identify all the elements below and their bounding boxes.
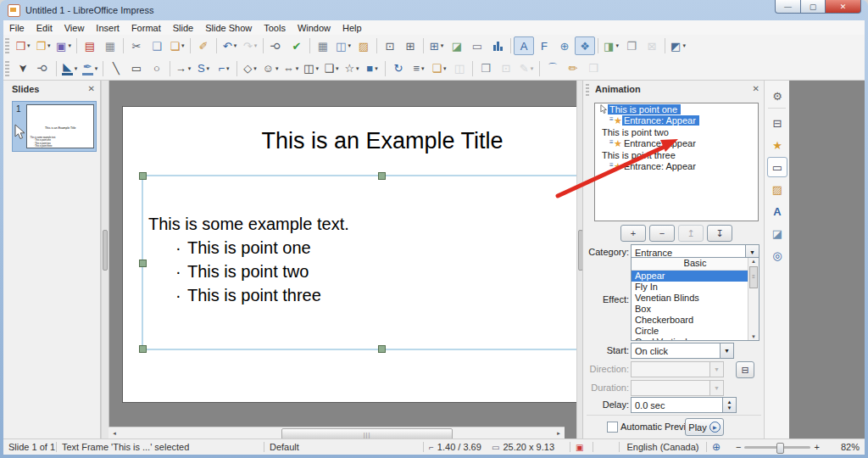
open-dropdown-arrow-icon[interactable]: ▾ <box>47 42 51 49</box>
open-button[interactable]: ❐▾ <box>33 36 53 55</box>
insert-frame-button[interactable]: ▭ <box>467 36 487 55</box>
sidebar-tab-animation-icon[interactable]: ▭ <box>767 157 787 177</box>
animation-row-3[interactable]: This is point two <box>595 126 758 138</box>
sidebar-tab-navigator-icon[interactable]: ◎ <box>767 245 787 265</box>
effect-list-scrollbar[interactable]: ▲≡▼ <box>748 258 759 340</box>
basic-shapes-dropdown-arrow-icon[interactable]: ▾ <box>253 65 257 72</box>
align-objects-button[interactable]: ≡▾ <box>409 59 429 78</box>
block-arrows-dropdown-arrow-icon[interactable]: ▾ <box>296 65 299 72</box>
insert-media-button[interactable]: ◨▾ <box>601 36 621 55</box>
curves-and-polygons-dropdown-arrow-icon[interactable]: ▾ <box>207 65 210 72</box>
lines-and-arrows-button[interactable]: →▾ <box>173 59 193 78</box>
bullet-item-1[interactable]: ·This is point one <box>148 236 349 260</box>
insert-text-box-button[interactable]: A <box>514 36 534 55</box>
remove-effect-button[interactable]: − <box>649 225 675 242</box>
insert-fontwork-button[interactable]: F <box>534 36 554 55</box>
toolbar-grip[interactable] <box>5 38 9 53</box>
minimize-button[interactable]: — <box>775 0 801 14</box>
callout-shapes-dropdown-arrow-icon[interactable]: ▾ <box>336 65 339 72</box>
star-shapes-dropdown-arrow-icon[interactable]: ▾ <box>356 65 359 72</box>
paste-button[interactable]: ❏▾ <box>167 36 187 55</box>
selected-text-frame[interactable]: This is some example text.·This is point… <box>142 175 620 350</box>
menu-edit[interactable]: Edit <box>31 22 58 34</box>
zoom-slider-thumb[interactable] <box>776 443 784 454</box>
automatic-preview-checkbox[interactable] <box>607 422 618 433</box>
rotate-button[interactable]: ↻ <box>388 59 409 78</box>
select-button[interactable]: ➤ <box>13 59 33 78</box>
line-color-button[interactable]: ◣▾ <box>59 59 80 78</box>
panel-grip[interactable] <box>586 84 589 96</box>
start-from-first-slide-button[interactable]: ⊡ <box>380 36 400 55</box>
slide-style-name[interactable]: Default <box>264 439 423 455</box>
scroll-left-icon[interactable]: ◂ <box>108 428 120 439</box>
line-color-dropdown-arrow-icon[interactable]: ▾ <box>75 65 78 72</box>
resize-handle[interactable] <box>378 345 386 353</box>
menu-insert[interactable]: Insert <box>90 22 125 34</box>
zoom-pan-button[interactable]: ⚲ <box>33 59 53 78</box>
animation-row-6[interactable]: ★Entrance: Appear <box>595 161 758 173</box>
basic-shapes-button[interactable]: ◇▾ <box>240 59 260 78</box>
bullet-item-2[interactable]: ·This is point two <box>148 260 349 283</box>
undo-dropdown-arrow-icon[interactable]: ▾ <box>234 42 237 49</box>
close-button[interactable]: ✕ <box>826 0 861 14</box>
resize-handle[interactable] <box>378 172 386 180</box>
master-slide-button[interactable]: ▨ <box>353 36 374 55</box>
3d-objects-button[interactable]: ■▾ <box>362 59 382 78</box>
effect-option-venetian-blinds[interactable]: Venetian Blinds <box>632 293 759 304</box>
cut-button[interactable]: ✂ <box>126 36 147 55</box>
slide-page[interactable]: This is an Example Title This is some ex… <box>122 106 643 403</box>
image-filter-dropdown-arrow-icon[interactable]: ▾ <box>531 65 534 72</box>
fit-slide-icon[interactable]: ⊕ <box>712 441 721 453</box>
effect-option-appear[interactable]: Appear <box>632 271 759 282</box>
shadow-button[interactable]: ❒ <box>476 59 496 78</box>
unsaved-changes-icon[interactable]: ▣ <box>576 443 583 452</box>
menu-view[interactable]: View <box>58 22 91 34</box>
paste-dropdown-arrow-icon[interactable]: ▾ <box>181 42 185 49</box>
duplicate-slide-button[interactable]: ❐ <box>621 36 642 55</box>
align-objects-dropdown-arrow-icon[interactable]: ▾ <box>421 65 425 72</box>
fill-color-button[interactable]: ✒▾ <box>80 59 100 78</box>
print-button[interactable]: ▦ <box>100 36 120 55</box>
toolbar-grip[interactable] <box>5 61 9 76</box>
delay-spinbox[interactable]: 0.0 sec ▲▼ <box>631 397 737 413</box>
new-presentation-button[interactable]: ❒▾ <box>13 36 33 55</box>
redo-dropdown-arrow-icon[interactable]: ▾ <box>254 42 258 49</box>
zoom-level[interactable]: 82% <box>829 439 865 455</box>
clone-formatting-button[interactable]: ✐ <box>193 36 214 55</box>
animation-panel-close-icon[interactable]: ✕ <box>753 84 760 93</box>
zoom-out-icon[interactable]: − <box>736 442 741 452</box>
sidebar-tab-gallery-icon[interactable]: ◪ <box>767 223 787 243</box>
frame-text[interactable]: This is some example text.·This is point… <box>148 212 349 307</box>
flowchart-shapes-dropdown-arrow-icon[interactable]: ▾ <box>315 65 319 72</box>
animation-row-4[interactable]: ★Entrance: Appear <box>595 138 758 150</box>
effect-option-circle[interactable]: Circle <box>632 326 759 337</box>
effect-option-fly-in[interactable]: Fly In <box>632 282 759 293</box>
arrange-objects-button[interactable]: ❏▾ <box>429 59 449 78</box>
flowchart-shapes-button[interactable]: ◫▾ <box>301 59 321 78</box>
slide-title-text[interactable]: This is an Example Title <box>123 128 642 154</box>
fill-color-dropdown-arrow-icon[interactable]: ▾ <box>95 65 98 72</box>
maximize-button[interactable]: ▢ <box>801 0 826 14</box>
slides-panel-close-icon[interactable]: ✕ <box>88 84 95 93</box>
insert-table-button[interactable]: ⊞▾ <box>426 36 447 55</box>
menu-window[interactable]: Window <box>292 22 337 34</box>
export-pdf-button[interactable]: ▤ <box>80 36 100 55</box>
symbol-shapes-button[interactable]: ☺▾ <box>260 59 281 78</box>
connectors-button[interactable]: ⌐▾ <box>214 59 234 78</box>
menu-help[interactable]: Help <box>337 22 368 34</box>
animation-row-1[interactable]: This is point one <box>595 103 758 115</box>
zoom-in-icon[interactable]: + <box>814 442 819 452</box>
display-views-button[interactable]: ◫▾ <box>333 36 353 55</box>
effect-option-box[interactable]: Box <box>632 304 759 315</box>
menu-tools[interactable]: Tools <box>258 22 292 34</box>
find-and-replace-button[interactable]: ⚲ <box>266 36 287 55</box>
curves-and-polygons-button[interactable]: S▾ <box>193 59 214 78</box>
play-button[interactable]: Play ▶ <box>685 418 724 436</box>
transformations-button[interactable]: ◩▾ <box>668 36 688 55</box>
lines-and-arrows-dropdown-arrow-icon[interactable]: ▾ <box>188 65 192 72</box>
resize-handle[interactable] <box>139 345 147 353</box>
resize-handle[interactable] <box>139 172 147 180</box>
scrollbar-thumb[interactable]: ≡ <box>749 266 758 288</box>
callout-shapes-button[interactable]: ❑▾ <box>321 59 342 78</box>
horizontal-scrollbar[interactable]: ◂ ||| ▸ <box>108 427 565 439</box>
